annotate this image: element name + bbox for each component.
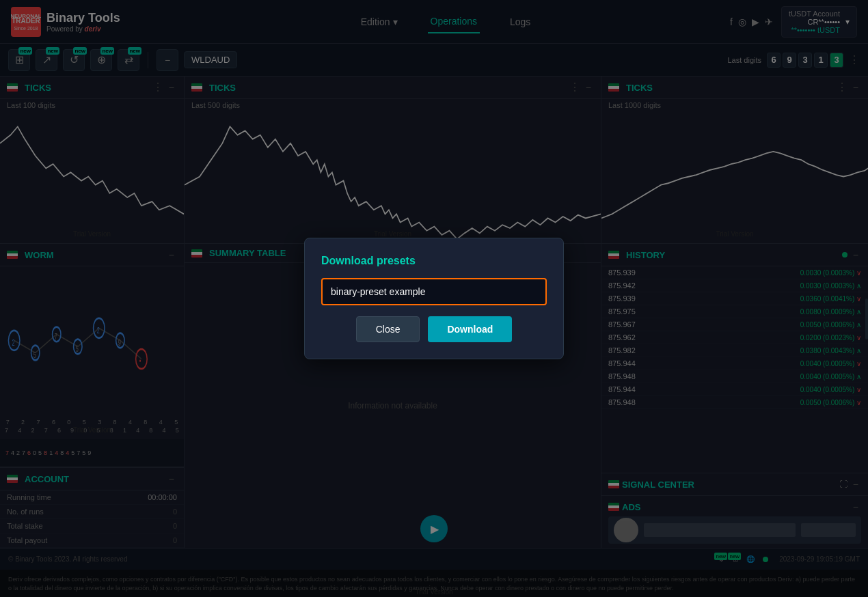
download-presets-modal: Download presets Close Download (304, 238, 564, 359)
close-button[interactable]: Close (356, 316, 420, 342)
modal-overlay: Download presets Close Download (0, 0, 868, 597)
modal-buttons: Close Download (321, 316, 547, 342)
modal-title: Download presets (321, 255, 547, 267)
preset-name-input[interactable] (321, 278, 547, 305)
download-button[interactable]: Download (428, 316, 512, 342)
